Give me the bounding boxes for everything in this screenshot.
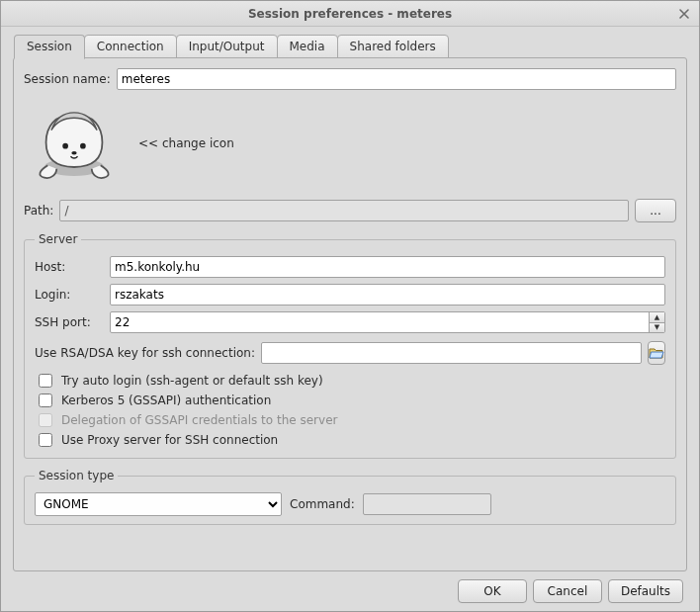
titlebar: Session preferences - meteres [1,1,699,27]
session-type-select[interactable]: GNOME [35,492,282,516]
session-type-group: Session type GNOME Command: [24,469,676,525]
sshport-label: SSH port: [35,315,104,329]
auto-login-label: Try auto login (ssh-agent or default ssh… [61,374,323,388]
content-area: Session Connection Input/Output Media Sh… [1,27,699,611]
rsa-key-row: Use RSA/DSA key for ssh connection: [35,341,665,365]
path-browse-label: ... [650,204,660,218]
ok-label: OK [483,584,500,598]
tab-media[interactable]: Media [277,35,338,58]
auto-login-checkbox[interactable] [39,374,52,388]
auto-login-row: Try auto login (ssh-agent or default ssh… [35,371,665,391]
path-label: Path: [24,204,53,218]
cancel-label: Cancel [548,584,588,598]
path-input [59,200,629,221]
rsa-key-browse-button[interactable] [648,341,665,365]
host-label: Host: [35,260,104,274]
defaults-button[interactable]: Defaults [608,579,683,603]
cancel-button[interactable]: Cancel [533,579,602,603]
login-input[interactable] [110,284,665,306]
session-type-row: GNOME Command: [35,492,665,516]
dialog-window: Session preferences - meteres Session Co… [0,0,700,612]
path-row: Path: ... [24,199,676,222]
kerberos-checkbox[interactable] [39,393,52,407]
host-input[interactable] [110,256,665,278]
tab-shared-label: Shared folders [350,40,436,53]
sshport-input[interactable] [110,311,665,333]
kerberos-row: Kerberos 5 (GSSAPI) authentication [35,391,665,410]
command-label: Command: [290,497,355,511]
icon-selector-area: << change icon [24,100,676,189]
tab-connection[interactable]: Connection [84,35,177,58]
rsa-key-input[interactable] [261,342,642,364]
svg-point-2 [80,143,86,149]
server-legend: Server [35,232,81,246]
change-icon-label: << change icon [138,136,234,150]
folder-open-icon [649,346,664,360]
proxy-label: Use Proxy server for SSH connection [61,433,278,447]
session-name-input[interactable] [117,68,676,90]
tab-session[interactable]: Session [14,35,85,59]
close-icon[interactable] [675,5,693,23]
rsa-key-label: Use RSA/DSA key for ssh connection: [35,346,255,360]
login-label: Login: [35,288,104,302]
tab-io[interactable]: Input/Output [176,35,278,58]
delegation-label: Delegation of GSSAPI credentials to the … [61,413,337,427]
session-icon[interactable] [30,104,119,183]
svg-point-1 [62,143,68,149]
tab-connection-label: Connection [97,40,164,53]
delegation-checkbox [39,413,52,427]
sshport-wrap: ▲ ▼ [110,311,665,333]
session-type-legend: Session type [35,469,118,482]
svg-point-3 [71,151,76,155]
dialog-footer: OK Cancel Defaults [13,571,687,605]
command-input [363,493,491,515]
tab-session-label: Session [27,40,72,53]
spinner-down-icon[interactable]: ▼ [649,323,664,333]
path-browse-button[interactable]: ... [635,199,676,222]
defaults-label: Defaults [621,584,670,598]
session-name-label: Session name: [24,72,111,86]
tab-shared-folders[interactable]: Shared folders [337,35,449,58]
spinner-up-icon[interactable]: ▲ [649,312,664,323]
ok-button[interactable]: OK [458,579,527,603]
proxy-row: Use Proxy server for SSH connection [35,430,665,450]
tab-panel-session: Session name: [13,57,687,571]
tab-bar: Session Connection Input/Output Media Sh… [13,35,687,58]
sshport-spinner: ▲ ▼ [649,312,664,332]
window-title: Session preferences - meteres [248,7,452,21]
proxy-checkbox[interactable] [39,433,52,447]
tab-io-label: Input/Output [189,40,265,53]
delegation-row: Delegation of GSSAPI credentials to the … [35,410,665,430]
server-form: Host: Login: SSH port: ▲ ▼ [35,256,665,333]
kerberos-label: Kerberos 5 (GSSAPI) authentication [61,393,271,407]
server-group: Server Host: Login: SSH port: ▲ ▼ [24,232,676,459]
tab-media-label: Media [290,40,325,53]
session-name-row: Session name: [24,68,676,90]
